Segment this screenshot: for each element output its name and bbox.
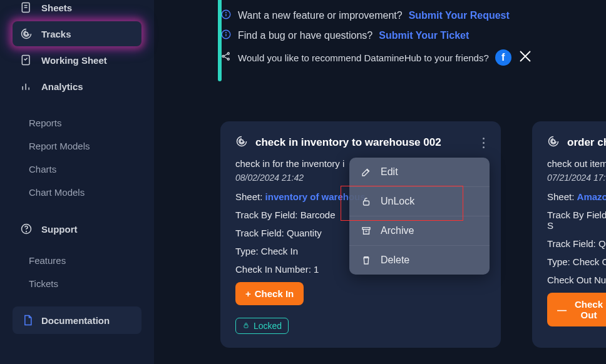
banner-share-row: Would you like to recommend DatamineHub … <box>220 49 606 66</box>
sidebar-item-analytics[interactable]: Analytics <box>13 74 141 99</box>
facebook-icon[interactable]: f <box>495 49 511 66</box>
check-in-button[interactable]: + Check In <box>235 282 304 305</box>
card-context-menu: Edit UnLock Archive Delete <box>349 158 490 275</box>
menu-edit[interactable]: Edit <box>349 158 490 187</box>
svg-line-19 <box>224 54 227 56</box>
info-icon <box>220 29 232 43</box>
sidebar-item-label: Documentation <box>41 315 110 326</box>
info-icon <box>220 9 232 23</box>
sidebar-item-working-sheet[interactable]: Working Sheet <box>13 48 141 73</box>
sidebar-sub-reports[interactable]: Reports <box>13 111 141 134</box>
minus-icon: — <box>557 305 567 315</box>
tracks-icon <box>547 135 560 149</box>
working-sheet-icon <box>20 54 33 66</box>
sidebar-item-sheets[interactable]: Sheets <box>13 0 141 20</box>
banner: Want a new feature or improvement? Submi… <box>220 0 606 66</box>
card-type: Type: Check Ou <box>547 256 606 267</box>
menu-archive[interactable]: Archive <box>349 216 490 246</box>
sidebar-sub-tickets[interactable]: Tickets <box>13 272 141 295</box>
track-card: order che check out item 07/21/2024 17:3… <box>532 121 606 348</box>
sidebar-item-label: Support <box>41 224 78 235</box>
card-track-by-field: Track By Field: S <box>547 210 606 231</box>
svg-point-9 <box>26 231 27 232</box>
banner-bug-row: Find a bug or have questions? Submit You… <box>220 29 606 43</box>
plus-icon: + <box>245 288 251 299</box>
svg-rect-22 <box>244 325 248 328</box>
delete-icon <box>361 255 372 266</box>
documentation-icon <box>21 314 34 326</box>
svg-line-20 <box>224 57 227 59</box>
submit-request-link[interactable]: Submit Your Request <box>409 10 510 21</box>
social-icons: f <box>495 49 533 66</box>
card-check-number: Check Out Num <box>547 275 606 285</box>
sidebar-item-tracks[interactable]: Tracks <box>13 21 141 46</box>
sidebar-item-documentation[interactable]: Documentation <box>13 306 141 334</box>
share-icon <box>220 51 232 64</box>
locked-badge: Locked <box>235 318 289 334</box>
edit-icon <box>361 166 372 178</box>
sidebar-sub-charts[interactable]: Charts <box>13 158 141 181</box>
x-twitter-icon[interactable] <box>518 49 533 66</box>
archive-icon <box>361 225 372 236</box>
sidebar-item-label: Analytics <box>41 81 83 92</box>
sidebar-item-label: Sheets <box>41 3 72 13</box>
sheets-icon <box>20 1 33 14</box>
sidebar-sub-report-models[interactable]: Report Models <box>13 134 141 158</box>
svg-point-21 <box>240 140 244 143</box>
sidebar-item-support[interactable]: Support <box>13 216 141 241</box>
card-description: check out item <box>547 158 606 169</box>
banner-accent-bar <box>218 0 222 81</box>
sidebar-sub-chart-models[interactable]: Chart Models <box>13 181 141 204</box>
banner-feature-row: Want a new feature or improvement? Submi… <box>220 9 606 23</box>
svg-point-15 <box>226 33 227 33</box>
card-track-field: Track Field: Qua <box>547 238 606 249</box>
tracks-icon <box>235 135 248 149</box>
sidebar-sub-features[interactable]: Features <box>13 249 141 272</box>
card-date: 07/21/2024 17:3 <box>547 173 606 183</box>
unlock-icon <box>361 196 372 207</box>
card-menu-button[interactable] <box>477 134 490 151</box>
svg-point-3 <box>25 33 28 36</box>
svg-rect-25 <box>362 228 370 230</box>
menu-unlock[interactable]: UnLock <box>349 187 490 216</box>
svg-rect-24 <box>364 201 369 205</box>
menu-delete[interactable]: Delete <box>349 246 490 275</box>
sidebar-item-label: Tracks <box>41 29 71 39</box>
check-out-button[interactable]: — Check Out <box>547 293 606 326</box>
svg-point-17 <box>227 53 229 54</box>
card-title: order che <box>567 136 606 149</box>
sidebar-item-label: Working Sheet <box>41 55 107 66</box>
sidebar: Sheets Tracks Working Sheet Analytics Re… <box>0 0 154 364</box>
analytics-icon <box>20 80 33 93</box>
svg-point-16 <box>222 56 224 58</box>
submit-ticket-link[interactable]: Submit Your Ticket <box>379 30 469 41</box>
support-icon <box>20 223 33 235</box>
card-title: check in inventory to warehouse 002 <box>255 136 441 149</box>
lock-icon <box>242 321 250 331</box>
card-sheet: Sheet: Amazon <box>547 191 606 202</box>
sheet-link[interactable]: Amazon <box>577 191 606 202</box>
svg-point-12 <box>226 13 227 13</box>
tracks-icon <box>20 28 33 40</box>
svg-point-23 <box>552 140 555 143</box>
svg-point-18 <box>227 58 229 60</box>
